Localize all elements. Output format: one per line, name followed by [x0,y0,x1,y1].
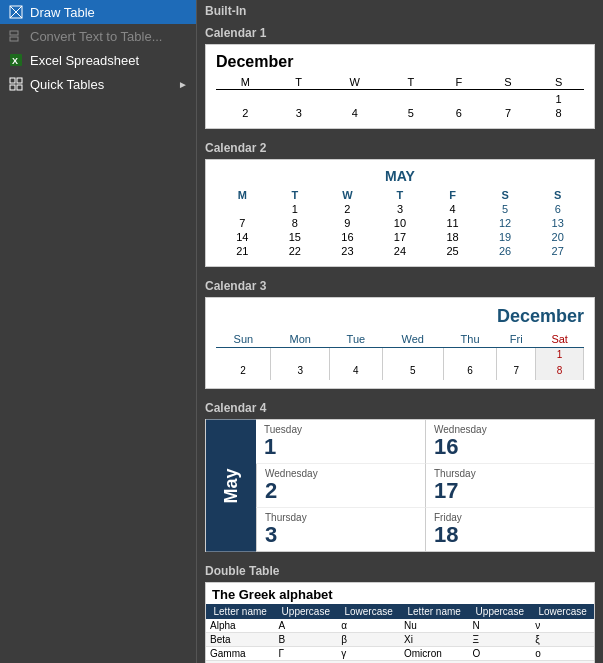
cal1-table: M T W T F S S 1 2345678 [216,75,584,120]
cal3-label: Calendar 3 [197,275,603,297]
svg-rect-4 [10,37,18,41]
sidebar-item-convert-text: Convert Text to Table... [0,24,196,48]
cal1-header-row: M T W T F S S [216,75,584,90]
calendar-1-card: December M T W T F S S 1 [205,44,595,129]
cal1-th-t1: T [275,75,323,90]
cal3-month: December [216,306,584,327]
calendar-4-card: May Tuesday 1 Wednesday 16 Wednesday 2 T… [205,419,595,553]
cal1-th-w: W [323,75,387,90]
sidebar-item-quick-tables-label: Quick Tables [30,77,104,92]
double-table: Letter name Uppercase Lowercase Letter n… [206,604,594,663]
cal4-day-thu-3: Thursday 3 [256,508,425,551]
cal4-day-tue-1: Tuesday 1 [256,420,425,464]
cal1-row-1: 1 [216,92,584,106]
cal2-row-3: 14151617181920 [216,230,584,244]
cal3-table: Sun Mon Tue Wed Thu Fri Sat 1 2345678 [216,331,584,380]
cal4-label: Calendar 4 [197,397,603,419]
sidebar-item-excel[interactable]: X Excel Spreadsheet [0,48,196,72]
quick-tables-arrow-icon: ► [178,79,188,90]
pencil-icon [8,4,24,20]
cal2-header-row: M T W T F S S [216,188,584,202]
double-table-card: The Greek alphabet Letter name Uppercase… [205,582,595,663]
sidebar-item-draw-table[interactable]: Draw Table [0,0,196,24]
cal2-row-1: 123456 [216,202,584,216]
calendar-3-card: December Sun Mon Tue Wed Thu Fri Sat 1 [205,297,595,389]
cal2-row-4: 21222324252627 [216,244,584,258]
cal1-th-t2: T [387,75,435,90]
convert-icon [8,28,24,44]
svg-rect-9 [10,85,15,90]
table-row: GammaΓγ OmicronΟο [206,647,594,661]
double-table-header-row: Letter name Uppercase Lowercase Letter n… [206,604,594,619]
cal2-label: Calendar 2 [197,137,603,159]
cal3-row-1: 1 [216,348,584,364]
double-table-subtitle: The Greek alphabet [206,583,594,604]
cal1-th-f: F [435,75,483,90]
svg-rect-7 [10,78,15,83]
cal1-th-m: M [216,75,275,90]
svg-text:X: X [12,56,18,66]
sidebar: Draw Table Convert Text to Table... X Ex… [0,0,197,663]
sidebar-item-quick-tables[interactable]: Quick Tables ► [0,72,196,96]
table-row: AlphaΑα NuΝν [206,619,594,633]
cal1-th-s1: S [483,75,534,90]
cal2-month: MAY [216,168,584,184]
cal4-day-fri-18: Friday 18 [425,508,594,551]
section-header: Built-In [197,0,603,22]
table-row: BetaΒβ XiΞξ [206,633,594,647]
cal4-grid: Tuesday 1 Wednesday 16 Wednesday 2 Thurs… [256,420,594,552]
sidebar-item-convert-label: Convert Text to Table... [30,29,162,44]
calendar-2-card: MAY M T W T F S S 123456 78910111213 [205,159,595,267]
cal3-row-2: 2345678 [216,364,584,380]
cal1-label: Calendar 1 [197,22,603,44]
cal3-header-row: Sun Mon Tue Wed Thu Fri Sat [216,331,584,348]
cal4-day-wed-2: Wednesday 2 [256,464,425,508]
cal4-day-thu-17: Thursday 17 [425,464,594,508]
cal1-month: December [216,53,584,71]
sidebar-item-excel-label: Excel Spreadsheet [30,53,139,68]
main-content: Built-In Calendar 1 December M T W T F S… [197,0,603,663]
cal4-month: May [206,420,256,552]
cal1-row-2: 2345678 [216,106,584,120]
cal1-th-s2: S [533,75,584,90]
cal4-day-wed-16: Wednesday 16 [425,420,594,464]
grid-icon [8,76,24,92]
cal2-table: M T W T F S S 123456 78910111213 1415161… [216,188,584,258]
svg-rect-3 [10,31,18,35]
svg-rect-8 [17,78,22,83]
svg-rect-10 [17,85,22,90]
double-table-label: Double Table [197,560,603,582]
sidebar-item-draw-table-label: Draw Table [30,5,95,20]
excel-icon: X [8,52,24,68]
cal2-row-2: 78910111213 [216,216,584,230]
